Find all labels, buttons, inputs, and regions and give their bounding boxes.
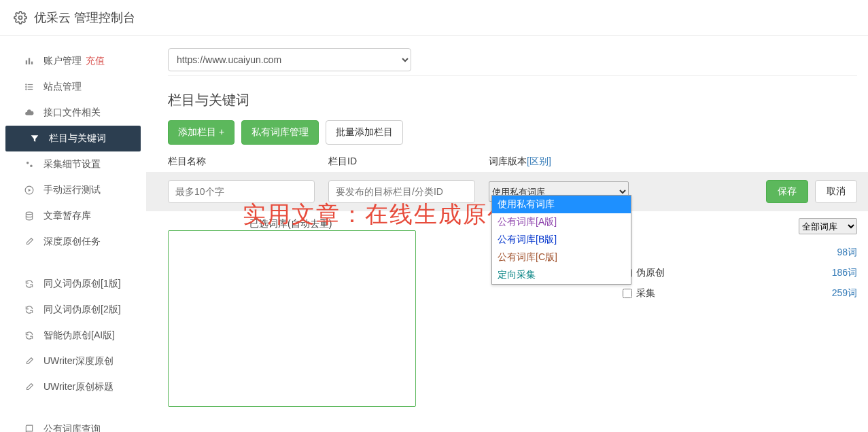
column-id-input[interactable] [328, 180, 475, 203]
add-column-button[interactable]: 添加栏目 + [168, 120, 235, 145]
svg-point-9 [26, 89, 27, 90]
lex-stat-list: 98词 伪原创 186词 采集 259词 [623, 242, 857, 304]
divider [168, 75, 857, 76]
sidebar-item-collect-settings[interactable]: 采集细节设置 [0, 151, 146, 177]
lex-count[interactable]: 186词 [832, 267, 857, 279]
sidebar-item-label: 采集细节设置 [44, 158, 101, 170]
svg-rect-1 [26, 60, 27, 65]
save-button[interactable]: 保存 [766, 180, 808, 203]
svg-point-13 [26, 212, 32, 215]
list-icon [24, 82, 35, 92]
play-icon [24, 185, 35, 195]
sidebar: 账户管理 充值 站点管理 接口文件相关 栏目与关键词 采集细节设置 手动运行测试… [0, 36, 146, 432]
svg-point-0 [19, 16, 22, 20]
lex-checkbox[interactable] [623, 289, 632, 298]
dropdown-option[interactable]: 公有词库[C版] [492, 249, 631, 266]
lex-label: 伪原创 [636, 267, 665, 279]
lex-stat-row: 采集 259词 [623, 283, 857, 304]
lex-count[interactable]: 98词 [837, 247, 857, 259]
cloud-icon [24, 108, 35, 118]
svg-point-7 [26, 84, 27, 85]
sidebar-item-label: 同义词伪原创[1版] [44, 278, 121, 290]
sidebar-item-label: 栏目与关键词 [49, 132, 106, 145]
cancel-button[interactable]: 取消 [815, 180, 857, 203]
sidebar-item-label: 深度原创任务 [44, 236, 101, 248]
page-title: 优采云 管理控制台 [34, 10, 135, 26]
label-lex-version: 词库版本[区别] [489, 156, 857, 168]
label-column-name: 栏目名称 [168, 156, 328, 168]
filter-icon [30, 134, 41, 143]
sidebar-item-public-lex-query[interactable]: 公有词库查询 [0, 416, 146, 432]
lex-label: 采集 [636, 287, 655, 300]
sidebar-item-deep-tasks[interactable]: 深度原创任务 [0, 229, 146, 255]
refresh-icon [24, 305, 35, 314]
refresh-icon [24, 279, 35, 289]
sidebar-item-columns-keywords[interactable]: 栏目与关键词 [5, 126, 141, 151]
refresh-icon [24, 331, 35, 340]
sidebar-item-article-store[interactable]: 文章暂存库 [0, 203, 146, 229]
topbar: 优采云 管理控制台 [0, 0, 868, 36]
sidebar-item-manual-run[interactable]: 手动运行测试 [0, 177, 146, 203]
edit-icon [24, 357, 35, 366]
sidebar-item-uwriter-deep[interactable]: UWriter深度原创 [0, 348, 146, 374]
sidebar-item-label: 接口文件相关 [44, 107, 101, 119]
edit-icon [24, 237, 35, 247]
sidebar-item-label: 站点管理 [44, 81, 82, 93]
lex-count[interactable]: 259词 [832, 287, 857, 300]
sidebar-item-account[interactable]: 账户管理 充值 [0, 48, 146, 74]
sidebar-item-label: UWriter原创标题 [44, 381, 114, 393]
selected-lex-box [168, 230, 416, 407]
svg-point-10 [27, 162, 29, 164]
sidebar-item-sites[interactable]: 站点管理 [0, 74, 146, 100]
sidebar-item-label: 同义词伪原创[2版] [44, 304, 121, 316]
sidebar-item-synonym-v2[interactable]: 同义词伪原创[2版] [0, 297, 146, 323]
lex-stat-row: 98词 [623, 242, 857, 263]
sidebar-item-api-files[interactable]: 接口文件相关 [0, 100, 146, 126]
sidebar-item-label: 公有词库查询 [44, 423, 101, 432]
dropdown-option[interactable]: 公有词库[B版] [492, 231, 631, 249]
sidebar-item-label: 文章暂存库 [44, 210, 91, 222]
dropdown-option[interactable]: 使用私有词库 [492, 196, 631, 213]
dropdown-option[interactable]: 定向采集 [492, 266, 631, 284]
database-icon [24, 211, 35, 221]
lex-version-dropdown[interactable]: 使用私有词库 公有词库[A版] 公有词库[B版] 公有词库[C版] 定向采集 [491, 195, 631, 285]
site-select[interactable]: https://www.ucaiyun.com [168, 48, 411, 71]
section-title: 栏目与关键词 [168, 91, 857, 109]
sidebar-item-synonym-v1[interactable]: 同义词伪原创[1版] [0, 271, 146, 297]
svg-point-11 [30, 165, 33, 168]
sidebar-item-label: 账户管理 [44, 55, 82, 67]
filter-lex-select[interactable]: 全部词库 [799, 218, 857, 234]
sidebar-recharge-link[interactable]: 充值 [86, 55, 105, 67]
svg-rect-3 [31, 62, 33, 65]
selected-lex-label: 已选词库(自动去重) [249, 218, 332, 230]
book-icon [24, 425, 35, 432]
dropdown-option[interactable]: 公有词库[A版] [492, 213, 631, 231]
label-column-id: 栏目ID [328, 156, 489, 168]
batch-add-button[interactable]: 批量添加栏目 [326, 120, 403, 145]
lex-stat-row: 伪原创 186词 [623, 263, 857, 283]
cogs-icon [24, 160, 35, 169]
gear-icon [14, 11, 27, 24]
main-content: https://www.ucaiyun.com 栏目与关键词 添加栏目 + 私有… [146, 36, 868, 432]
svg-point-8 [26, 86, 27, 87]
edit-icon [24, 382, 35, 392]
private-lex-button[interactable]: 私有词库管理 [241, 120, 319, 145]
lex-diff-link[interactable]: [区别] [527, 156, 551, 166]
sidebar-item-label: UWriter深度原创 [44, 355, 114, 367]
sidebar-item-label: 手动运行测试 [44, 184, 101, 196]
sidebar-item-ai-version[interactable]: 智能伪原创[AI版] [0, 323, 146, 348]
sidebar-item-uwriter-title[interactable]: UWriter原创标题 [0, 374, 146, 400]
bar-chart-icon [24, 56, 35, 66]
column-name-input[interactable] [168, 180, 315, 203]
svg-rect-2 [29, 58, 30, 64]
sidebar-item-label: 智能伪原创[AI版] [44, 329, 115, 342]
